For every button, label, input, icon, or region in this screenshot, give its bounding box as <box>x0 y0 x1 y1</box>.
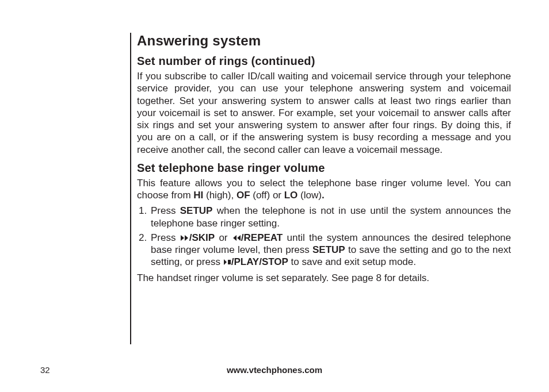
steps-list: Press SETUP when the telephone is not in… <box>137 205 511 268</box>
svg-rect-0 <box>228 260 231 264</box>
rewind-icon <box>232 234 241 242</box>
paragraph-rings: If you subscribe to caller ID/call waiti… <box>137 70 511 156</box>
label-skip: /SKIP <box>189 232 215 243</box>
text: to save and exit setup mode. <box>288 256 416 267</box>
play-stop-icon <box>223 258 231 266</box>
label-hi: HI <box>193 190 203 201</box>
manual-page: Answering system Set number of rings (co… <box>0 0 549 392</box>
label-setup: SETUP <box>180 205 213 216</box>
label-repeat: REPEAT <box>244 232 283 243</box>
page-title: Answering system <box>137 33 511 49</box>
content-area: Answering system Set number of rings (co… <box>137 33 511 290</box>
section-heading-rings: Set number of rings (continued) <box>137 55 511 68</box>
label-lo: LO <box>284 190 298 201</box>
label-setup: SETUP <box>312 244 345 255</box>
text: (high), <box>203 190 237 201</box>
fast-forward-icon <box>180 234 189 242</box>
list-item: Press SETUP when the telephone is not in… <box>150 205 511 229</box>
text: or <box>215 232 232 243</box>
footer-url: www.vtechphones.com <box>0 365 549 375</box>
label-of: OF <box>237 190 250 201</box>
paragraph-final-note: The handset ringer volume is set separat… <box>137 272 511 284</box>
label-playstop: PLAY/STOP <box>234 256 288 267</box>
text: (low) <box>298 190 322 201</box>
text: Press <box>151 205 180 216</box>
paragraph-ringer-intro: This feature allows you to select the te… <box>137 177 511 202</box>
text: (off) or <box>250 190 284 201</box>
text-period: . <box>322 190 325 201</box>
list-item: Press /SKIP or /REPEAT until the system … <box>150 232 511 268</box>
text: Press <box>151 232 180 243</box>
section-heading-ringer-volume: Set telephone base ringer volume <box>137 162 511 175</box>
vertical-rule <box>130 33 131 344</box>
